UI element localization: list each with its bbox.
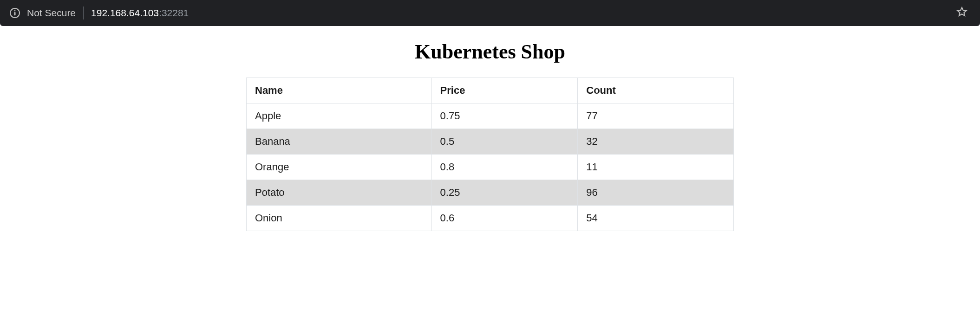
table-row: Onion 0.6 54 xyxy=(247,206,734,231)
svg-rect-2 xyxy=(14,10,15,11)
cell-name: Orange xyxy=(247,155,432,180)
cell-name: Onion xyxy=(247,206,432,231)
table-header-row: Name Price Count xyxy=(247,78,734,103)
col-header-name: Name xyxy=(247,78,432,103)
cell-count: 32 xyxy=(578,129,734,155)
products-table: Name Price Count Apple 0.75 77 Banana 0.… xyxy=(246,78,734,231)
cell-count: 96 xyxy=(578,180,734,206)
table-row: Orange 0.8 11 xyxy=(247,155,734,180)
url-port: :32281 xyxy=(159,7,189,18)
cell-name: Potato xyxy=(247,180,432,206)
page-title: Kubernetes Shop xyxy=(0,40,980,64)
not-secure-label: Not Secure xyxy=(27,7,76,19)
col-header-count: Count xyxy=(578,78,734,103)
table-row: Potato 0.25 96 xyxy=(247,180,734,206)
cell-price: 0.75 xyxy=(431,103,578,129)
col-header-price: Price xyxy=(431,78,578,103)
bookmark-star-icon[interactable] xyxy=(956,6,968,20)
cell-name: Apple xyxy=(247,103,432,129)
svg-rect-1 xyxy=(14,12,15,15)
info-icon[interactable] xyxy=(9,7,20,19)
urlbar-separator xyxy=(83,6,84,19)
cell-price: 0.6 xyxy=(431,206,578,231)
products-sheet: Name Price Count Apple 0.75 77 Banana 0.… xyxy=(246,78,734,231)
page-root: Kubernetes Shop Name Price Count Apple 0… xyxy=(0,26,980,231)
cell-count: 11 xyxy=(578,155,734,180)
url-text[interactable]: 192.168.64.103:32281 xyxy=(91,7,189,19)
cell-count: 77 xyxy=(578,103,734,129)
cell-name: Banana xyxy=(247,129,432,155)
cell-count: 54 xyxy=(578,206,734,231)
cell-price: 0.25 xyxy=(431,180,578,206)
cell-price: 0.5 xyxy=(431,129,578,155)
table-row: Apple 0.75 77 xyxy=(247,103,734,129)
cell-price: 0.8 xyxy=(431,155,578,180)
browser-urlbar[interactable]: Not Secure 192.168.64.103:32281 xyxy=(0,0,980,26)
url-host: 192.168.64.103 xyxy=(91,7,159,18)
table-row: Banana 0.5 32 xyxy=(247,129,734,155)
